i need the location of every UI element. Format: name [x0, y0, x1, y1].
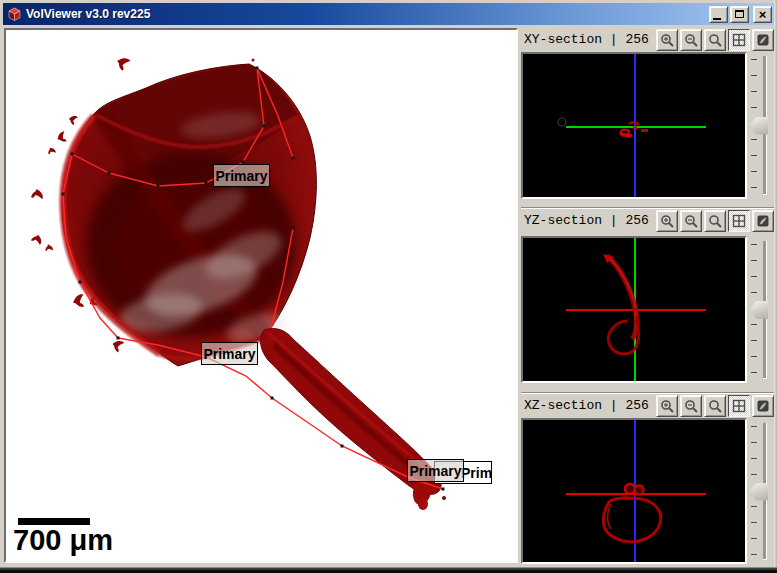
- invert-toggle-button[interactable]: [752, 395, 774, 417]
- annotation-label-primary-2: Primary: [201, 342, 258, 365]
- xy-section-title: XY-section | 256: [521, 32, 654, 47]
- scale-bar-label: 700 μm: [13, 524, 113, 557]
- zoom-fit-button[interactable]: [704, 210, 726, 232]
- invert-icon: [756, 399, 770, 413]
- yz-section-viewport[interactable]: [521, 236, 747, 383]
- close-button[interactable]: ×: [753, 6, 772, 23]
- minimize-button[interactable]: [709, 6, 728, 23]
- window-bottom-border: [0, 567, 777, 573]
- app-icon: [7, 7, 22, 22]
- petal-stem: [261, 328, 446, 510]
- invert-toggle-button[interactable]: [752, 210, 774, 232]
- zoom-in-button[interactable]: [656, 395, 678, 417]
- maximize-icon: [735, 10, 744, 18]
- xz-slice-data: [603, 484, 660, 544]
- zoom-out-icon: [684, 33, 698, 47]
- zoom-in-icon: [660, 33, 674, 47]
- crosshair-toggle-button[interactable]: [728, 395, 750, 417]
- zoom-out-button[interactable]: [680, 395, 702, 417]
- yz-slice-data: [603, 254, 639, 354]
- xz-section-canvas: [523, 420, 745, 562]
- window-title: VolViewer v3.0 rev225: [26, 7, 707, 21]
- volume-render-view[interactable]: Primary Primary Primary Primary 700 μm: [4, 28, 518, 563]
- zoom-out-button[interactable]: [680, 29, 702, 51]
- zoom-out-button[interactable]: [680, 210, 702, 232]
- invert-toggle-button[interactable]: [752, 29, 774, 51]
- xz-section-header: XZ-section | 256: [521, 392, 774, 418]
- xz-section-title: XZ-section | 256: [521, 398, 654, 413]
- zoom-in-button[interactable]: [656, 210, 678, 232]
- invert-icon: [756, 214, 770, 228]
- xy-section-canvas: [523, 54, 745, 197]
- zoom-fit-icon: [708, 399, 722, 413]
- invert-icon: [756, 33, 770, 47]
- minimize-icon: [713, 18, 721, 20]
- xz-slice-slider[interactable]: [748, 421, 772, 562]
- yz-section-title: YZ-section | 256: [521, 213, 654, 228]
- crosshair-toggle-button[interactable]: [728, 29, 750, 51]
- zoom-fit-icon: [708, 214, 722, 228]
- xy-slice-slider[interactable]: [748, 54, 772, 197]
- zoom-in-button[interactable]: [656, 29, 678, 51]
- zoom-out-icon: [684, 214, 698, 228]
- title-bar[interactable]: VolViewer v3.0 rev225 ×: [3, 3, 774, 25]
- yz-section-header: YZ-section | 256: [521, 207, 774, 233]
- grid-icon: [732, 33, 746, 47]
- zoom-out-icon: [684, 399, 698, 413]
- annotation-label-primary-3: Primary: [407, 459, 464, 482]
- crosshair-toggle-button[interactable]: [728, 210, 750, 232]
- xz-section-viewport[interactable]: [521, 418, 747, 564]
- volviewer-window: VolViewer v3.0 rev225 ×: [0, 0, 777, 573]
- yz-section-canvas: [523, 238, 745, 381]
- close-icon: ×: [759, 9, 767, 20]
- petal-blade: [62, 64, 316, 366]
- xy-section-viewport[interactable]: [521, 52, 747, 199]
- annotation-label-primary-1: Primary: [213, 164, 270, 187]
- grid-icon: [732, 399, 746, 413]
- zoom-fit-icon: [708, 33, 722, 47]
- yz-slice-slider[interactable]: [748, 239, 772, 381]
- xy-section-header: XY-section | 256: [521, 27, 774, 52]
- zoom-in-icon: [660, 214, 674, 228]
- grid-icon: [732, 214, 746, 228]
- maximize-button[interactable]: [730, 6, 749, 23]
- zoom-fit-button[interactable]: [704, 29, 726, 51]
- zoom-fit-button[interactable]: [704, 395, 726, 417]
- zoom-in-icon: [660, 399, 674, 413]
